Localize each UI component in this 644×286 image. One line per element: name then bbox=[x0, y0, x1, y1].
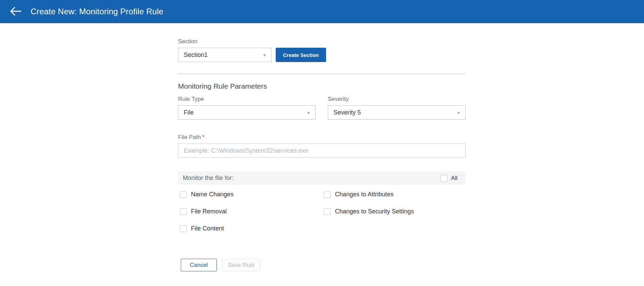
checkbox-changes-to-security-settings[interactable]: Changes to Security Settings bbox=[324, 208, 466, 215]
checkbox-label: File Removal bbox=[191, 208, 227, 215]
rule-type-select[interactable]: File ▾ bbox=[178, 105, 316, 120]
chevron-down-icon: ▾ bbox=[263, 53, 266, 57]
checkbox-icon bbox=[440, 175, 447, 182]
create-section-button[interactable]: Create Section bbox=[276, 48, 326, 62]
arrow-left-icon bbox=[9, 6, 22, 17]
checkbox-icon bbox=[180, 191, 187, 198]
file-path-label: File Path* bbox=[178, 134, 466, 141]
checkbox-icon bbox=[180, 208, 187, 215]
rule-type-select-value: File bbox=[184, 109, 194, 116]
monitor-options-grid: Name Changes Changes to Attributes File … bbox=[180, 191, 466, 232]
rule-type-severity-row: Rule Type File ▾ Severity Severity 5 ▾ bbox=[178, 96, 466, 120]
severity-label: Severity bbox=[328, 96, 466, 103]
checkbox-file-removal[interactable]: File Removal bbox=[180, 208, 324, 215]
checkbox-label: Changes to Attributes bbox=[335, 191, 393, 198]
file-path-field: File Path* bbox=[178, 134, 466, 158]
section-select[interactable]: Section1 ▾ bbox=[178, 48, 272, 62]
checkbox-label: File Content bbox=[191, 225, 224, 232]
checkbox-icon bbox=[180, 225, 187, 232]
file-path-label-text: File Path bbox=[178, 134, 201, 140]
section-select-value: Section1 bbox=[184, 51, 208, 59]
severity-select[interactable]: Severity 5 ▾ bbox=[328, 105, 466, 120]
checkbox-label: Changes to Security Settings bbox=[335, 208, 414, 215]
checkbox-label: Name Changes bbox=[191, 191, 234, 198]
required-asterisk: * bbox=[202, 134, 205, 140]
save-rule-button[interactable]: Save Rule bbox=[222, 259, 261, 271]
page-title: Create New: Monitoring Profile Rule bbox=[31, 7, 163, 16]
checkbox-name-changes[interactable]: Name Changes bbox=[180, 191, 324, 198]
form-actions: Cancel Save Rule bbox=[181, 259, 466, 286]
all-checkbox[interactable]: All bbox=[440, 175, 457, 182]
checkbox-file-content[interactable]: File Content bbox=[180, 225, 324, 232]
rule-type-field: Rule Type File ▾ bbox=[178, 96, 316, 120]
checkbox-icon bbox=[324, 208, 331, 215]
section-label: Section bbox=[178, 38, 466, 45]
checkbox-icon bbox=[324, 191, 331, 198]
rule-type-label: Rule Type bbox=[178, 96, 316, 103]
cancel-button[interactable]: Cancel bbox=[181, 259, 217, 271]
checkbox-changes-to-attributes[interactable]: Changes to Attributes bbox=[324, 191, 466, 198]
chevron-down-icon: ▾ bbox=[307, 110, 310, 115]
monitor-section-header: Monitor the file for: All bbox=[178, 171, 466, 185]
app-header: Create New: Monitoring Profile Rule bbox=[0, 0, 644, 23]
chevron-down-icon: ▾ bbox=[457, 110, 460, 115]
severity-select-value: Severity 5 bbox=[334, 109, 361, 116]
severity-field: Severity Severity 5 ▾ bbox=[328, 96, 466, 120]
parameters-heading: Monitoring Rule Parameters bbox=[178, 82, 466, 90]
section-row: Section1 ▾ Create Section bbox=[178, 48, 466, 62]
all-checkbox-label: All bbox=[451, 175, 457, 182]
divider bbox=[178, 74, 466, 74]
file-path-input[interactable] bbox=[178, 144, 466, 158]
back-button[interactable] bbox=[8, 6, 23, 17]
form-content: Section Section1 ▾ Create Section Monito… bbox=[178, 23, 466, 286]
monitor-section-title: Monitor the file for: bbox=[183, 175, 234, 182]
